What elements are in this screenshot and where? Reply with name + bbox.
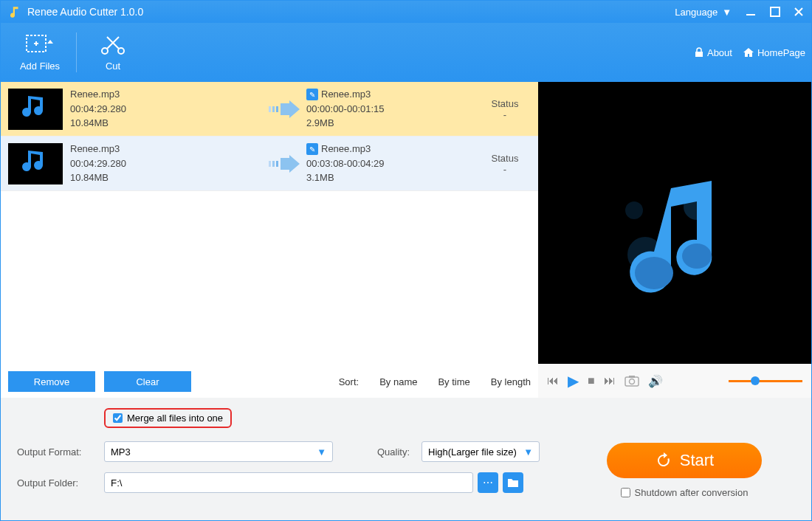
app-logo-icon	[8, 5, 21, 18]
chevron-down-icon: ▼	[722, 7, 732, 18]
browse-button[interactable]: ⋯	[478, 472, 498, 493]
file-row[interactable]: Renee.mp3 00:04:29.280 10.84MB ✎ Renee.m…	[1, 137, 538, 191]
output-filename: Renee.mp3	[321, 142, 371, 156]
volume-slider[interactable]	[729, 380, 802, 382]
sort-by-name[interactable]: By name	[379, 376, 417, 387]
maximize-icon[interactable]	[770, 7, 780, 17]
svg-rect-19	[629, 376, 635, 378]
svg-rect-7	[272, 106, 275, 112]
status-value: -	[479, 109, 531, 120]
svg-point-4	[118, 48, 124, 54]
playback-controls: ⏮ ▶ ■ ⏭ 🔊	[538, 364, 811, 398]
source-size: 10.84MB	[70, 170, 262, 185]
shutdown-label: Shutdown after conversion	[635, 487, 749, 498]
remove-button[interactable]: Remove	[8, 371, 95, 392]
file-thumbnail	[8, 89, 63, 130]
source-info: Renee.mp3 00:04:29.280 10.84MB	[70, 87, 262, 131]
source-duration: 00:04:29.280	[70, 102, 262, 117]
edit-icon[interactable]: ✎	[306, 89, 318, 100]
home-icon	[743, 47, 754, 58]
language-dropdown[interactable]: Language ▼	[675, 7, 732, 18]
svg-point-15	[635, 257, 673, 289]
homepage-label: HomePage	[757, 47, 805, 58]
merge-checkbox[interactable]	[113, 413, 123, 423]
quality-select[interactable]: High(Larger file size) ▼	[422, 441, 540, 462]
output-size: 2.9MB	[306, 116, 479, 131]
source-filename: Renee.mp3	[70, 142, 262, 156]
snapshot-icon[interactable]	[625, 375, 639, 387]
sort-by-time[interactable]: By time	[438, 376, 469, 387]
minimize-icon[interactable]	[746, 7, 757, 17]
preview-panel: ⏮ ▶ ■ ⏭ 🔊	[538, 82, 811, 398]
open-folder-button[interactable]	[503, 472, 523, 493]
svg-rect-6	[269, 106, 271, 112]
play-icon[interactable]: ▶	[568, 372, 579, 390]
svg-point-14	[625, 201, 643, 219]
sort-by-length[interactable]: By length	[491, 376, 531, 387]
volume-icon[interactable]: 🔊	[648, 374, 663, 388]
svg-rect-0	[746, 14, 755, 15]
homepage-link[interactable]: HomePage	[743, 47, 805, 58]
source-size: 10.84MB	[70, 116, 262, 131]
file-thumbnail	[8, 143, 63, 184]
sort-label: Sort:	[339, 376, 359, 387]
start-label: Start	[680, 451, 714, 470]
add-files-label: Add Files	[20, 61, 60, 72]
svg-point-18	[629, 379, 634, 384]
output-range: 00:00:00-00:01:15	[306, 102, 479, 117]
prev-track-icon[interactable]: ⏮	[547, 374, 559, 387]
status-column: Status -	[479, 98, 531, 120]
svg-rect-9	[269, 161, 271, 167]
file-list: Renee.mp3 00:04:29.280 10.84MB ✎ Renee.m…	[1, 82, 538, 365]
shutdown-checkbox-wrap[interactable]: Shutdown after conversion	[621, 487, 749, 498]
svg-rect-1	[771, 7, 780, 16]
svg-rect-10	[272, 161, 275, 167]
next-track-icon[interactable]: ⏭	[604, 374, 616, 387]
status-label: Status	[479, 98, 531, 109]
add-files-button[interactable]: Add Files	[7, 27, 73, 78]
output-range: 00:03:08-00:04:29	[306, 156, 479, 171]
clear-button[interactable]: Clear	[104, 371, 191, 392]
titlebar: Renee Audio Cutter 1.0.0 Language ▼	[1, 1, 811, 23]
add-files-icon	[25, 34, 55, 56]
file-row[interactable]: Renee.mp3 00:04:29.280 10.84MB ✎ Renee.m…	[1, 82, 538, 137]
language-label: Language	[675, 7, 718, 18]
svg-rect-11	[276, 161, 278, 167]
arrow-icon	[262, 100, 306, 118]
close-icon[interactable]	[794, 7, 804, 17]
status-label: Status	[479, 153, 531, 164]
output-size: 3.1MB	[306, 170, 479, 185]
status-column: Status -	[479, 153, 531, 175]
chevron-down-icon: ▼	[523, 446, 533, 458]
status-value: -	[479, 164, 531, 175]
svg-rect-5	[695, 52, 703, 57]
about-link[interactable]: About	[694, 47, 732, 58]
merge-checkbox-wrap[interactable]: Merge all files into one	[104, 408, 232, 428]
source-info: Renee.mp3 00:04:29.280 10.84MB	[70, 142, 262, 185]
edit-icon[interactable]: ✎	[306, 143, 318, 155]
svg-point-16	[682, 244, 712, 269]
start-button[interactable]: Start	[607, 443, 762, 478]
source-duration: 00:04:29.280	[70, 156, 262, 171]
svg-rect-8	[276, 106, 278, 112]
output-format-label: Output Format:	[17, 446, 104, 458]
output-format-value: MP3	[111, 446, 131, 458]
svg-point-3	[102, 48, 108, 54]
stop-icon[interactable]: ■	[588, 374, 595, 387]
toolbar-divider	[76, 32, 77, 72]
music-note-icon	[601, 166, 749, 314]
cut-label: Cut	[106, 61, 120, 72]
shutdown-checkbox[interactable]	[621, 488, 630, 497]
output-folder-label: Output Folder:	[17, 477, 104, 489]
output-format-select[interactable]: MP3 ▼	[104, 441, 333, 462]
output-filename: Renee.mp3	[321, 87, 371, 102]
toolbar: Add Files Cut About HomePage	[1, 23, 811, 82]
about-label: About	[707, 47, 732, 58]
quality-label: Quality:	[377, 446, 422, 458]
app-title: Renee Audio Cutter 1.0.0	[27, 6, 675, 18]
output-info: ✎ Renee.mp3 00:00:00-00:01:15 2.9MB	[306, 87, 479, 131]
output-folder-input[interactable]	[104, 472, 473, 493]
cut-button[interactable]: Cut	[80, 27, 146, 78]
quality-value: High(Larger file size)	[428, 446, 517, 458]
chevron-down-icon: ▼	[317, 446, 326, 458]
